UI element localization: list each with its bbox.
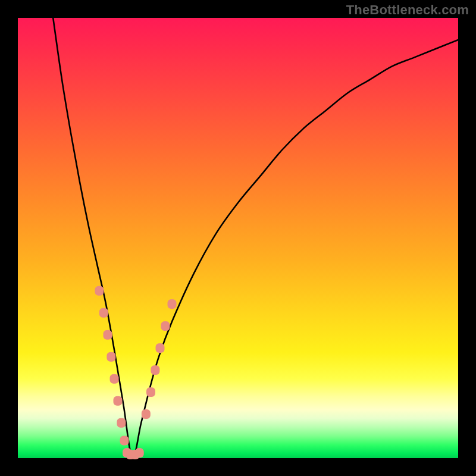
watermark-text: TheBottleneck.com: [346, 2, 469, 18]
chart-frame: TheBottleneck.com: [0, 0, 476, 476]
data-marker: [99, 308, 108, 318]
bottleneck-curve-line: [53, 18, 458, 458]
data-marker: [168, 299, 177, 309]
data-marker: [107, 352, 115, 362]
chart-svg: [18, 18, 458, 458]
data-marker: [161, 321, 170, 331]
data-marker: [113, 396, 122, 406]
data-marker: [156, 343, 165, 353]
data-marker: [135, 448, 144, 458]
data-marker: [95, 286, 104, 296]
data-marker: [151, 365, 159, 375]
data-marker: [103, 330, 112, 340]
data-marker: [146, 387, 155, 397]
data-marker: [142, 409, 151, 419]
data-marker: [120, 436, 129, 445]
data-markers: [95, 286, 176, 459]
data-marker: [117, 418, 126, 428]
data-marker: [110, 374, 119, 384]
plot-area: [18, 18, 458, 458]
